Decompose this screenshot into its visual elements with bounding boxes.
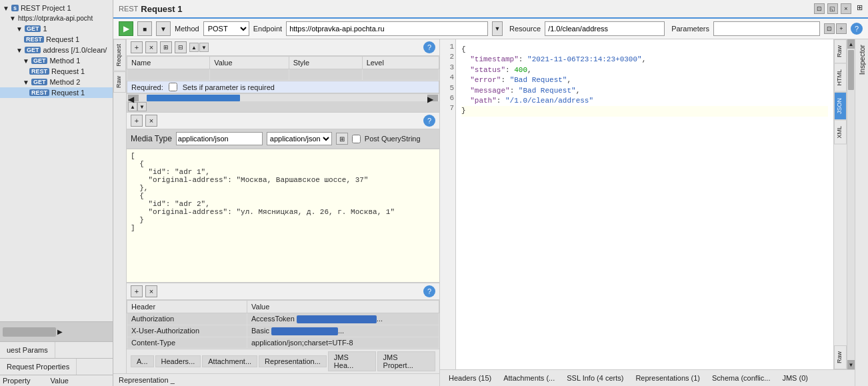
help-icon[interactable]: ?	[851, 23, 863, 35]
sidebar-item-req2-selected[interactable]: REST Request 1	[0, 87, 113, 98]
response-side-tab-xml[interactable]: XML	[834, 120, 847, 145]
bottom-tab-headers[interactable]: Headers...	[155, 355, 201, 367]
params-down-arrow[interactable]: ▼	[199, 43, 209, 52]
bottom-tab-jms-hea[interactable]: JMS Hea...	[328, 351, 376, 371]
left-panel: Request Raw + × ⊞ ⊟	[113, 39, 440, 386]
resp-tab-schema-label: Schema (conflic...	[712, 374, 770, 382]
header-value-3[interactable]: application/json;charset=UTF-8	[247, 337, 439, 349]
endpoint-input[interactable]	[286, 21, 488, 36]
header-name-2[interactable]: X-User-Authorization	[127, 325, 247, 337]
vscroll-up[interactable]: ▲	[847, 39, 855, 49]
media-edit-button[interactable]: ⊞	[336, 133, 348, 145]
table-cell-value[interactable]	[210, 69, 289, 81]
json-line-7: }	[461, 106, 828, 116]
header-name-3[interactable]: Content-Type	[127, 337, 247, 349]
request-side-tab-request[interactable]: Request	[113, 39, 126, 71]
add-body-button[interactable]: +	[131, 115, 143, 127]
sidebar-item-request1[interactable]: REST Request 1	[0, 34, 113, 45]
request-params-tab[interactable]: uest Params	[0, 342, 55, 358]
params-scroll-right[interactable]: ▶	[427, 95, 438, 101]
resp-tab-attachments[interactable]: Attachments (...	[499, 372, 559, 384]
header-value-1[interactable]: AccessToken ...	[247, 313, 439, 325]
bottom-tab-representation[interactable]: Representation...	[259, 355, 327, 367]
response-side-tab-html[interactable]: HTML	[834, 63, 847, 92]
close-icon[interactable]: ×	[841, 3, 851, 14]
vscroll-down[interactable]: ▼	[847, 360, 855, 369]
resp-tab-jms[interactable]: JMS (0)	[777, 372, 813, 384]
post-qs-checkbox[interactable]	[352, 135, 361, 143]
table-cell-style[interactable]	[289, 69, 362, 81]
resp-tab-headers[interactable]: Headers (15)	[444, 372, 496, 384]
sidebar-scrollbar[interactable]	[3, 327, 56, 337]
add-param-button[interactable]: +	[131, 41, 143, 53]
remove-param-button[interactable]: ×	[145, 41, 157, 53]
header-value-2[interactable]: Basic ...	[247, 325, 439, 337]
params-scroll-thumb[interactable]	[147, 95, 240, 101]
remove-body-button[interactable]: ×	[145, 115, 157, 127]
params-scroll-left[interactable]: ◀	[128, 95, 139, 101]
sidebar-item-method1[interactable]: ▼ GET Method 1	[0, 55, 113, 66]
resource-input[interactable]	[545, 21, 665, 36]
response-vscrollbar[interactable]: ▲ ▼	[847, 39, 855, 369]
params-col-value: Value	[210, 57, 289, 69]
endpoint-dropdown-btn[interactable]: ▼	[492, 21, 503, 36]
sidebar-item-method2[interactable]: ▼ GET Method 2	[0, 77, 113, 87]
sidebar-tree: ▼ s REST Project 1 ▼ https://otpravka-ap…	[0, 0, 113, 321]
headers-help-icon[interactable]: ?	[423, 285, 435, 297]
add-header-button[interactable]: +	[131, 285, 143, 297]
parameters-input[interactable]	[713, 21, 820, 36]
resp-tab-ssl[interactable]: SSL Info (4 certs)	[562, 372, 628, 384]
required-checkbox[interactable]	[169, 83, 177, 91]
post-qs-text: Post QueryString	[365, 135, 421, 143]
down-arrow[interactable]: ▼	[137, 102, 147, 111]
request-side-tab-raw[interactable]: Raw	[113, 71, 126, 93]
representation-bar: Representation _	[113, 373, 439, 386]
add-icon[interactable]: +	[836, 23, 847, 34]
sidebar-item-folder1[interactable]: ▼ GET 1	[0, 23, 113, 34]
minimize-icon[interactable]: ⊡	[814, 3, 825, 14]
vscroll-thumb[interactable]	[848, 50, 854, 90]
sidebar-item-project[interactable]: ▼ s REST Project 1	[0, 3, 113, 13]
right-panel: 1 2 3 4 5 6 7 { "timestamp": "2021-11-06…	[440, 39, 855, 386]
params-up-arrow[interactable]: ▲	[189, 43, 199, 52]
media-type-select[interactable]: application/json	[267, 132, 332, 145]
remove-header-button[interactable]: ×	[145, 285, 157, 297]
params-help-icon[interactable]: ?	[423, 41, 435, 53]
resp-tab-representations[interactable]: Representations (1)	[631, 372, 705, 384]
response-side-tab-json[interactable]: JSON	[834, 92, 847, 120]
maximize-icon[interactable]: ◱	[827, 3, 838, 14]
dropdown-button[interactable]: ▼	[156, 21, 171, 36]
copy-icon[interactable]: ⊡	[824, 23, 835, 34]
value-col-label: Value	[51, 377, 69, 385]
resp-tab-representations-label: Representations (1)	[635, 374, 700, 382]
run-button[interactable]: ▶	[119, 21, 133, 36]
table-cell-name[interactable]	[127, 69, 210, 81]
media-type-input[interactable]	[176, 132, 263, 145]
stop-button[interactable]: ■	[137, 21, 152, 36]
params-scrollbar[interactable]: ◀ ▶	[127, 93, 439, 101]
bottom-tab-a[interactable]: A...	[131, 355, 154, 367]
sidebar-badge-1: GET	[25, 25, 41, 32]
line-num-5: 5	[441, 83, 454, 93]
resp-tab-schema[interactable]: Schema (conflic...	[707, 372, 775, 384]
sidebar-item-address[interactable]: ▼ GET address [/1.0/clean/	[0, 45, 113, 55]
response-side-tab-raw2[interactable]: Raw	[834, 345, 847, 369]
bottom-tab-jms-prop[interactable]: JMS Propert...	[377, 351, 435, 371]
bottom-tab-jms-prop-label: JMS Propert...	[383, 353, 413, 369]
inspector-toggle-icon[interactable]: ⊞	[857, 3, 863, 14]
response-side-tab-raw[interactable]: Raw	[834, 39, 847, 63]
method-select[interactable]: POST GET PUT DELETE	[203, 21, 249, 36]
required-row: Required: Sets if parameter is required	[127, 81, 439, 93]
json-editor[interactable]: [ { "id": "adr 1", "original-address": "…	[127, 149, 439, 282]
sidebar-item-url[interactable]: ▼ https://otpravka-api.pocht	[0, 13, 113, 23]
table-cell-level[interactable]	[362, 69, 439, 81]
request-properties-tab[interactable]: Request Properties	[0, 359, 77, 375]
params-icon1[interactable]: ⊞	[160, 41, 172, 53]
header-name-1[interactable]: Authorization	[127, 313, 247, 325]
sidebar: ▼ s REST Project 1 ▼ https://otpravka-ap…	[0, 0, 113, 386]
params-icon2[interactable]: ⊟	[175, 41, 187, 53]
sidebar-item-req1[interactable]: REST Request 1	[0, 66, 113, 77]
body-help-icon[interactable]: ?	[423, 115, 435, 127]
sidebar-scroll-right[interactable]: ▶	[57, 328, 63, 335]
bottom-tab-attachment[interactable]: Attachment...	[202, 355, 257, 367]
